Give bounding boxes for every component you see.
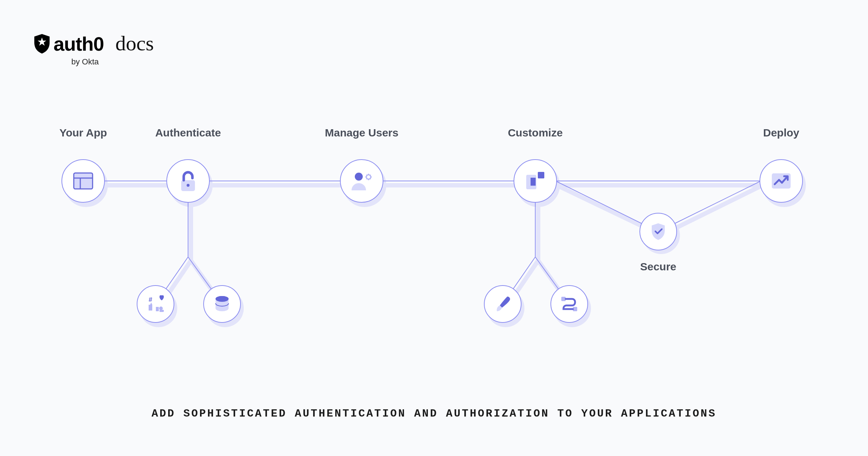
- node-database: [203, 285, 241, 323]
- browser-window-icon: [73, 172, 93, 190]
- brand-byline: by Okta: [71, 57, 99, 67]
- svg-rect-34: [531, 178, 536, 186]
- svg-point-23: [355, 173, 363, 181]
- svg-rect-41: [159, 310, 164, 312]
- auth0-shield-icon: [33, 34, 51, 54]
- svg-line-29: [366, 175, 367, 176]
- node-deploy: [760, 159, 803, 203]
- svg-line-32: [370, 175, 371, 176]
- svg-point-40: [159, 307, 163, 310]
- section-label: docs: [115, 31, 154, 55]
- brand-name: auth0: [54, 33, 104, 55]
- node-branding: [484, 285, 522, 323]
- svg-line-31: [366, 178, 367, 179]
- shield-check-icon: [650, 223, 666, 241]
- svg-line-30: [370, 178, 371, 179]
- svg-rect-35: [538, 172, 544, 178]
- node-social-login: #: [137, 285, 174, 323]
- logo-area: auth0 by Okta docs: [33, 33, 154, 67]
- flow-diagram: Your App Authenticate Manage Users Custo…: [58, 127, 810, 394]
- svg-rect-38: [149, 305, 152, 311]
- node-manage-users: [340, 159, 383, 203]
- svg-point-22: [187, 184, 190, 187]
- node-authenticate: [166, 159, 210, 203]
- database-icon: [214, 295, 230, 313]
- node-flow: [550, 285, 588, 323]
- social-icons-icon: #: [146, 295, 165, 313]
- svg-point-43: [216, 296, 229, 302]
- unlock-icon: [179, 170, 197, 192]
- node-secure: [639, 213, 677, 250]
- node-your-app: [61, 159, 105, 203]
- chart-arrow-icon: [770, 172, 792, 190]
- user-gear-icon: [350, 171, 373, 191]
- auth0-logo: auth0 by Okta: [33, 33, 104, 67]
- blocks-icon: [525, 171, 546, 191]
- node-customize: [514, 159, 557, 203]
- svg-rect-18: [74, 173, 93, 189]
- svg-rect-39: [156, 307, 159, 311]
- tagline: ADD SOPHISTICATED AUTHENTICATION AND AUT…: [152, 408, 716, 420]
- svg-text:#: #: [149, 296, 152, 303]
- paintbrush-icon: [495, 295, 511, 313]
- flow-path-icon: [560, 295, 579, 313]
